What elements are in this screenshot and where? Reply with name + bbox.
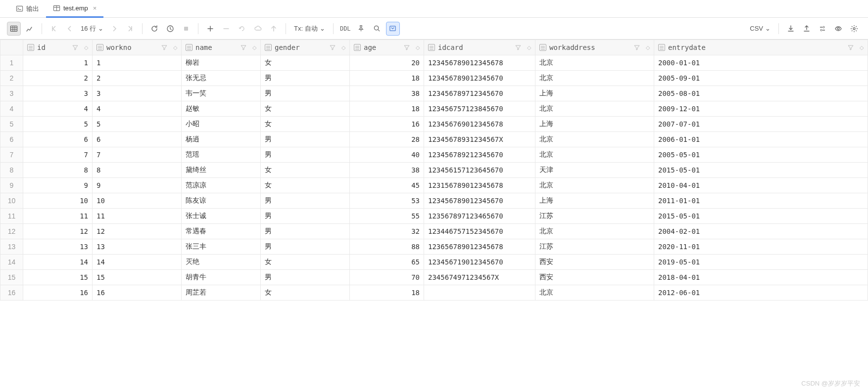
close-icon[interactable]: × xyxy=(93,4,97,12)
cell-gender[interactable]: 男 xyxy=(261,86,350,101)
sort-icon[interactable]: ◇ xyxy=(646,44,650,51)
add-row-button[interactable] xyxy=(203,22,217,36)
cell-age[interactable]: 18 xyxy=(350,101,424,117)
cell-name[interactable]: 灭绝 xyxy=(182,255,261,270)
cell-id[interactable]: 14 xyxy=(23,255,93,270)
cell-workno[interactable]: 14 xyxy=(93,255,182,270)
cell-gender[interactable]: 女 xyxy=(261,101,350,117)
cell-idcard[interactable]: 123456789012345670 xyxy=(424,71,535,86)
cell-name[interactable]: 陈友谅 xyxy=(182,193,261,209)
cell-age[interactable]: 65 xyxy=(350,255,424,270)
row-count-dropdown[interactable]: 16 行 ⌄ xyxy=(79,24,105,33)
cell-gender[interactable]: 女 xyxy=(261,285,350,301)
table-row[interactable]: 111柳岩女20123456789012345678北京2000-01-01 xyxy=(0,55,868,71)
cell-workaddress[interactable]: 西安 xyxy=(535,270,654,285)
cell-workaddress[interactable]: 北京 xyxy=(535,132,654,147)
cell-idcard[interactable]: 123567897123465670 xyxy=(424,209,535,224)
filter-icon[interactable] xyxy=(330,44,336,50)
column-header-name[interactable]: name◇ xyxy=(182,40,261,55)
table-row[interactable]: 999范凉凉女45123156789012345678北京2010-04-01 xyxy=(0,178,868,193)
cell-entrydate[interactable]: 2020-11-01 xyxy=(654,239,868,255)
cell-gender[interactable]: 男 xyxy=(261,147,350,163)
column-header-workno[interactable]: workno◇ xyxy=(93,40,182,55)
row-gutter[interactable]: 5 xyxy=(0,117,23,132)
table-row[interactable]: 131313张三丰男88123656789012345678江苏2020-11-… xyxy=(0,239,868,255)
cell-name[interactable]: 胡青牛 xyxy=(182,270,261,285)
filter-icon[interactable] xyxy=(634,44,640,50)
filter-icon[interactable] xyxy=(404,44,410,50)
cell-entrydate[interactable]: 2004-02-01 xyxy=(654,224,868,239)
cell-gender[interactable]: 女 xyxy=(261,117,350,132)
cell-id[interactable]: 15 xyxy=(23,270,93,285)
row-gutter[interactable]: 11 xyxy=(0,209,23,224)
row-gutter[interactable]: 12 xyxy=(0,224,23,239)
cell-workaddress[interactable]: 北京 xyxy=(535,285,654,301)
tab-output[interactable]: 输出 xyxy=(9,0,46,18)
table-row[interactable]: 161616周芷若女18北京2012-06-01 xyxy=(0,285,868,301)
table-row[interactable]: 151515胡青牛男702345674971234567X西安2018-04-0… xyxy=(0,270,868,285)
cell-workno[interactable]: 13 xyxy=(93,239,182,255)
cell-gender[interactable]: 男 xyxy=(261,239,350,255)
cell-idcard[interactable]: 123156789012345678 xyxy=(424,178,535,193)
cell-entrydate[interactable]: 2005-08-01 xyxy=(654,86,868,101)
export-format-dropdown[interactable]: CSV ⌄ xyxy=(747,25,773,32)
cell-id[interactable]: 5 xyxy=(23,117,93,132)
cell-gender[interactable]: 男 xyxy=(261,224,350,239)
cell-gender[interactable]: 女 xyxy=(261,163,350,178)
row-gutter[interactable]: 10 xyxy=(0,193,23,209)
cell-workno[interactable]: 11 xyxy=(93,209,182,224)
cell-workno[interactable]: 9 xyxy=(93,178,182,193)
column-header-age[interactable]: age◇ xyxy=(350,40,424,55)
table-row[interactable]: 101010陈友谅男53123456789012345670上海2011-01-… xyxy=(0,193,868,209)
cell-entrydate[interactable]: 2012-06-01 xyxy=(654,285,868,301)
cell-id[interactable]: 3 xyxy=(23,86,93,101)
cell-idcard[interactable]: 12345675712384​5670 xyxy=(424,101,535,117)
cell-workno[interactable]: 8 xyxy=(93,163,182,178)
last-page-button[interactable] xyxy=(123,22,137,36)
cell-gender[interactable]: 男 xyxy=(261,193,350,209)
sort-icon[interactable]: ◇ xyxy=(252,44,256,51)
cell-workno[interactable]: 5 xyxy=(93,117,182,132)
chart-view-button[interactable] xyxy=(23,22,37,36)
cell-name[interactable]: 黛绮丝 xyxy=(182,163,261,178)
row-gutter[interactable]: 9 xyxy=(0,178,23,193)
cell-age[interactable]: 38 xyxy=(350,163,424,178)
cell-workaddress[interactable]: 北京 xyxy=(535,178,654,193)
cell-workno[interactable]: 3 xyxy=(93,86,182,101)
cell-workno[interactable]: 2 xyxy=(93,71,182,86)
cell-name[interactable]: 张无忌 xyxy=(182,71,261,86)
grid-view-button[interactable] xyxy=(7,22,21,36)
cell-idcard[interactable]: 123456719012345670 xyxy=(424,255,535,270)
cell-workaddress[interactable]: 北京 xyxy=(535,101,654,117)
cell-name[interactable]: 范凉凉 xyxy=(182,178,261,193)
auto-refresh-button[interactable] xyxy=(163,22,177,36)
sort-icon[interactable]: ◇ xyxy=(860,44,864,51)
cell-workno[interactable]: 1 xyxy=(93,55,182,71)
cell-age[interactable]: 20 xyxy=(350,55,424,71)
cell-entrydate[interactable]: 2006-01-01 xyxy=(654,132,868,147)
row-gutter[interactable]: 8 xyxy=(0,163,23,178)
cell-gender[interactable]: 女 xyxy=(261,255,350,270)
cell-entrydate[interactable]: 2005-05-01 xyxy=(654,147,868,163)
cell-name[interactable]: 周芷若 xyxy=(182,285,261,301)
row-gutter[interactable]: 13 xyxy=(0,239,23,255)
first-page-button[interactable] xyxy=(47,22,61,36)
cell-age[interactable]: 38 xyxy=(350,86,424,101)
cell-idcard[interactable]: 123456157123645670 xyxy=(424,163,535,178)
table-row[interactable]: 777范瑶男40123456789212345670北京2005-05-01 xyxy=(0,147,868,163)
cell-name[interactable]: 韦一笑 xyxy=(182,86,261,101)
cell-workno[interactable]: 6 xyxy=(93,132,182,147)
cell-age[interactable]: 16 xyxy=(350,117,424,132)
cell-idcard[interactable]: 123456789712345670 xyxy=(424,86,535,101)
cell-entrydate[interactable]: 2011-01-01 xyxy=(654,193,868,209)
cell-age[interactable]: 70 xyxy=(350,270,424,285)
row-gutter[interactable]: 4 xyxy=(0,101,23,117)
column-header-entrydate[interactable]: entrydate◇ xyxy=(654,40,868,55)
row-gutter[interactable]: 15 xyxy=(0,270,23,285)
cell-age[interactable]: 53 xyxy=(350,193,424,209)
delete-row-button[interactable] xyxy=(219,22,233,36)
column-header-workaddress[interactable]: workaddress◇ xyxy=(535,40,654,55)
tx-mode-dropdown[interactable]: Tx: 自动 ⌄ xyxy=(291,24,328,33)
cell-name[interactable]: 小昭 xyxy=(182,117,261,132)
submit-button[interactable] xyxy=(267,22,281,36)
